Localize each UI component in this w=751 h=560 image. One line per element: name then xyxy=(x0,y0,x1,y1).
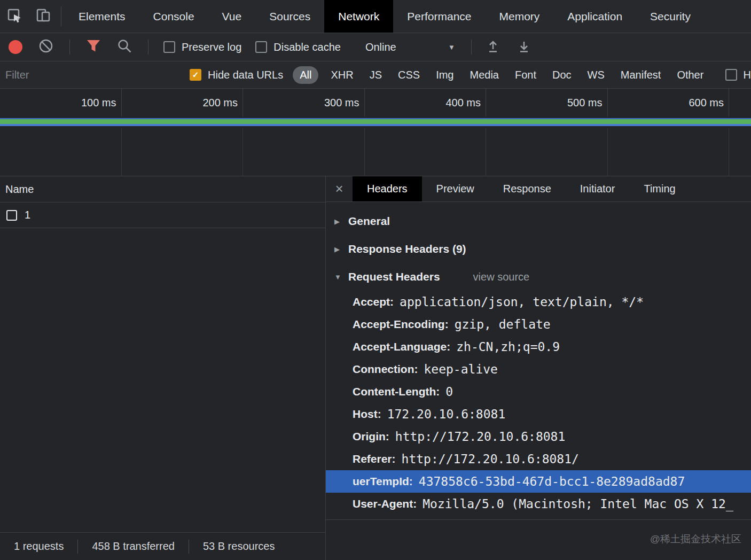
detail-tab-preview[interactable]: Preview xyxy=(422,176,489,201)
clipped-checkbox[interactable]: H xyxy=(725,69,751,81)
upload-arrow-icon xyxy=(486,38,500,56)
request-header-row[interactable]: Accept:application/json, text/plain, */* xyxy=(326,291,751,313)
inspect-element-button[interactable] xyxy=(0,0,29,33)
name-column-header[interactable]: Name xyxy=(0,176,325,203)
tab-performance[interactable]: Performance xyxy=(393,0,485,33)
requests-panel: Name 1 1 requests458 B transferred53 B r… xyxy=(0,176,326,560)
checkbox-label: H xyxy=(744,69,751,81)
tab-elements[interactable]: Elements xyxy=(65,0,139,33)
checkbox-box xyxy=(163,41,175,53)
check-icon: ✓ xyxy=(192,70,199,80)
filter-type-media[interactable]: Media xyxy=(461,69,506,81)
filter-type-other[interactable]: Other xyxy=(669,69,711,81)
filter-toggle-button[interactable] xyxy=(86,39,101,55)
network-main-area: Name 1 1 requests458 B transferred53 B r… xyxy=(0,176,751,560)
header-name: Content-Length: xyxy=(353,385,440,398)
inspect-cursor-icon xyxy=(6,7,22,26)
headers-content: ▶General▶Response Headers (9)▼Request He… xyxy=(326,202,751,560)
timeline-tick: 100 ms xyxy=(0,89,122,116)
search-icon xyxy=(117,38,132,56)
devtools-window: ElementsConsoleVueSourcesNetworkPerforma… xyxy=(0,0,751,560)
request-header-row[interactable]: User-Agent:Mozilla/5.0 (Macintosh; Intel… xyxy=(326,493,751,515)
toolbar-separator xyxy=(69,40,70,55)
tab-sources[interactable]: Sources xyxy=(255,0,324,33)
status-item: 1 requests xyxy=(0,540,77,553)
tab-console[interactable]: Console xyxy=(139,0,208,33)
resource-type-filters: AllXHRJSCSSImgMediaFontDocWSManifestOthe… xyxy=(288,66,711,84)
header-value: http://172.20.10.6:8081 xyxy=(395,430,566,444)
export-har-button[interactable] xyxy=(517,38,531,56)
filter-type-js[interactable]: JS xyxy=(362,69,390,81)
detail-tab-timing[interactable]: Timing xyxy=(629,176,690,201)
filter-type-all[interactable]: All xyxy=(293,66,318,84)
tab-vue[interactable]: Vue xyxy=(208,0,256,33)
request-header-row[interactable]: uerTempId:437858c6-53bd-467d-bcc1-8e289a… xyxy=(326,470,751,493)
header-value: http://172.20.10.6:8081/ xyxy=(402,452,579,466)
preserve-log-checkbox[interactable]: Preserve log xyxy=(163,41,241,53)
filter-type-css[interactable]: CSS xyxy=(390,69,428,81)
clear-button[interactable] xyxy=(38,38,53,56)
status-item: 53 B resources xyxy=(189,540,289,553)
request-row[interactable]: 1 xyxy=(0,203,325,228)
throttling-dropdown[interactable]: Online ▼ xyxy=(365,41,455,53)
filter-type-ws[interactable]: WS xyxy=(580,69,613,81)
waterfall-grid xyxy=(0,128,751,176)
main-tab-bar: ElementsConsoleVueSourcesNetworkPerforma… xyxy=(0,0,751,33)
file-icon xyxy=(6,210,17,221)
expanded-triangle-icon: ▼ xyxy=(334,273,348,281)
request-header-row[interactable]: Connection:keep-alive xyxy=(326,358,751,380)
request-header-row[interactable]: Content-Length:0 xyxy=(326,380,751,403)
import-har-button[interactable] xyxy=(486,38,500,56)
section-response-headers-9[interactable]: ▶Response Headers (9) xyxy=(326,235,751,263)
filter-type-img[interactable]: Img xyxy=(428,69,461,81)
request-list: 1 xyxy=(0,203,325,228)
overview-green-bar xyxy=(0,119,751,124)
header-value: application/json, text/plain, */* xyxy=(400,295,644,309)
section-title: Request Headers xyxy=(348,270,440,283)
tab-network[interactable]: Network xyxy=(324,0,393,33)
checkbox-label: Hide data URLs xyxy=(208,69,283,81)
hide-data-urls-checkbox[interactable]: ✓ Hide data URLs xyxy=(190,69,283,81)
device-toolbar-button[interactable] xyxy=(29,0,58,33)
filter-type-doc[interactable]: Doc xyxy=(544,69,580,81)
filter-type-font[interactable]: Font xyxy=(507,69,544,81)
detail-tab-headers[interactable]: Headers xyxy=(353,176,422,201)
detail-tab-response[interactable]: Response xyxy=(489,176,566,201)
throttling-value: Online xyxy=(365,41,396,53)
waterfall-column xyxy=(486,128,608,176)
section-general[interactable]: ▶General xyxy=(326,207,751,235)
tab-security[interactable]: Security xyxy=(636,0,705,33)
view-source-link[interactable]: view source xyxy=(473,271,530,283)
request-name: 1 xyxy=(25,209,30,221)
filter-input[interactable] xyxy=(5,69,190,81)
disable-cache-checkbox[interactable]: Disable cache xyxy=(255,41,341,53)
network-status-bar: 1 requests458 B transferred53 B resource… xyxy=(0,532,325,560)
watermark-text: @稀土掘金技术社区 xyxy=(650,532,741,546)
section-request-headers[interactable]: ▼Request Headersview source xyxy=(326,263,751,291)
network-overview[interactable] xyxy=(0,116,751,128)
request-header-row[interactable]: Host:172.20.10.6:8081 xyxy=(326,403,751,425)
filter-bar: ✓ Hide data URLs AllXHRJSCSSImgMediaFont… xyxy=(0,61,751,89)
checkbox-box xyxy=(725,69,737,81)
checkbox-label: Disable cache xyxy=(273,41,341,53)
header-name: Connection: xyxy=(353,363,418,376)
header-value: 0 xyxy=(445,385,453,399)
close-details-button[interactable]: × xyxy=(326,176,353,201)
request-header-row[interactable]: Referer:http://172.20.10.6:8081/ xyxy=(326,448,751,470)
request-header-row[interactable]: Accept-Language:zh-CN,zh;q=0.9 xyxy=(326,336,751,358)
section-title: Response Headers (9) xyxy=(348,243,466,255)
detail-tab-initiator[interactable]: Initiator xyxy=(566,176,630,201)
request-header-row[interactable]: Origin:http://172.20.10.6:8081 xyxy=(326,425,751,448)
filter-type-xhr[interactable]: XHR xyxy=(323,69,361,81)
name-column-label: Name xyxy=(5,183,34,196)
waterfall-stub xyxy=(729,128,751,176)
search-button[interactable] xyxy=(117,38,132,56)
record-button[interactable] xyxy=(9,40,22,54)
timeline-ruler: 100 ms200 ms300 ms400 ms500 ms600 ms xyxy=(0,89,751,116)
filter-type-manifest[interactable]: Manifest xyxy=(613,69,669,81)
toolbar-separator xyxy=(471,40,472,55)
request-header-row[interactable]: Accept-Encoding:gzip, deflate xyxy=(326,313,751,336)
tab-application[interactable]: Application xyxy=(553,0,636,33)
tab-memory[interactable]: Memory xyxy=(486,0,554,33)
timeline-stub xyxy=(729,89,751,116)
